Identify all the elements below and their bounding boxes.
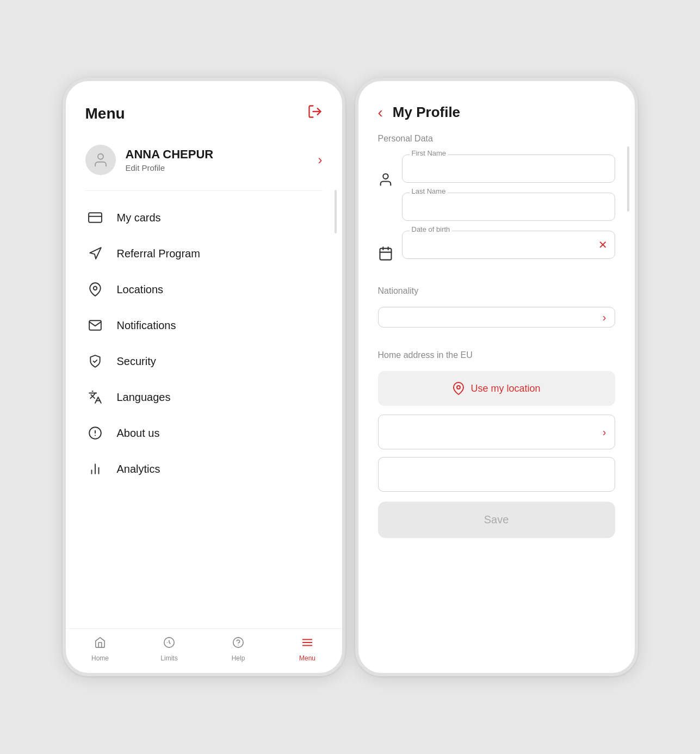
nationality-chevron-icon: › [603, 311, 606, 324]
avatar [85, 145, 116, 175]
home-address-label: Home address in the EU [378, 350, 615, 360]
logout-icon[interactable] [307, 104, 323, 123]
menu-title: Menu [85, 105, 125, 122]
sidebar-item-label-languages: Languages [117, 391, 171, 404]
profile-row[interactable]: ANNA CHEPUR Edit Profile › [66, 138, 342, 190]
profile-name: ANNA CHEPUR [126, 147, 308, 162]
right-content: ‹ My Profile Personal Data [358, 81, 635, 673]
sidebar-item-label-analytics: Analytics [117, 463, 160, 475]
limits-icon [163, 636, 175, 652]
location-pin-icon [85, 282, 105, 296]
left-scrollbar[interactable] [334, 190, 337, 233]
dob-field: Date of birth ✕ [402, 231, 615, 259]
sidebar-item-label-security: Security [117, 355, 156, 368]
left-phone: Menu ANNA CHEP [63, 78, 345, 676]
nationality-field[interactable]: › [378, 307, 615, 327]
sidebar-item-my-cards[interactable]: My cards [66, 200, 342, 236]
svg-rect-2 [89, 213, 102, 222]
use-location-text: Use my location [470, 383, 540, 394]
profile-header: ‹ My Profile [358, 81, 635, 134]
nav-label-menu: Menu [299, 654, 315, 662]
shield-check-icon [85, 354, 105, 368]
dob-label: Date of birth [410, 225, 453, 233]
first-name-field: First Name [402, 154, 615, 183]
right-scrollbar[interactable] [627, 146, 629, 212]
help-icon [232, 636, 244, 652]
use-location-button[interactable]: Use my location [378, 371, 615, 406]
first-name-label: First Name [410, 149, 449, 157]
nationality-label: Nationality [378, 286, 615, 296]
address-input-2[interactable] [378, 457, 615, 492]
sidebar-item-analytics[interactable]: Analytics [66, 451, 342, 487]
personal-data-label: Personal Data [378, 134, 615, 144]
svg-rect-18 [380, 249, 391, 260]
profile-chevron-icon: › [318, 152, 323, 168]
first-name-input[interactable] [402, 154, 615, 183]
person-icon [378, 172, 393, 189]
svg-point-12 [233, 638, 243, 647]
sidebar-item-languages[interactable]: Languages [66, 379, 342, 415]
menu-items: My cards Referral Program [66, 191, 342, 628]
sidebar-item-label-my-cards: My cards [117, 212, 161, 224]
personal-data-row: First Name Last Name [378, 154, 615, 221]
dob-input[interactable] [402, 231, 615, 259]
megaphone-icon [85, 246, 105, 261]
address-chevron-icon: › [603, 426, 606, 438]
sidebar-item-label-about: About us [117, 427, 160, 440]
page-title: My Profile [393, 104, 460, 121]
last-name-label: Last Name [410, 187, 448, 195]
calendar-icon [378, 246, 393, 263]
section-gap-2 [378, 337, 615, 350]
nationality-input[interactable] [378, 307, 615, 327]
sidebar-item-security[interactable]: Security [66, 343, 342, 379]
nav-label-home: Home [91, 654, 109, 662]
left-content: Menu ANNA CHEP [66, 81, 342, 673]
svg-point-4 [93, 287, 97, 291]
svg-point-22 [457, 386, 460, 389]
nav-item-menu[interactable]: Menu [273, 636, 342, 662]
sidebar-item-locations[interactable]: Locations [66, 271, 342, 307]
bar-chart-icon [85, 462, 105, 476]
sidebar-item-label-locations: Locations [117, 283, 164, 296]
translate-icon [85, 390, 105, 404]
clear-dob-button[interactable]: ✕ [598, 239, 608, 250]
dob-row: Date of birth ✕ [378, 231, 615, 263]
right-phone: ‹ My Profile Personal Data [355, 78, 638, 676]
card-icon [85, 211, 105, 225]
name-fields: First Name Last Name [402, 154, 615, 221]
nav-item-help[interactable]: Help [204, 636, 273, 662]
section-gap-1 [378, 273, 615, 286]
address-input-1[interactable] [378, 415, 615, 449]
bottom-nav: Home Limits [66, 628, 342, 673]
last-name-input[interactable] [402, 193, 615, 221]
profile-info: ANNA CHEPUR Edit Profile [126, 147, 308, 172]
svg-point-17 [383, 174, 388, 179]
sidebar-item-label-referral: Referral Program [117, 248, 200, 260]
phones-container: Menu ANNA CHEP [63, 78, 638, 676]
info-circle-icon [85, 426, 105, 440]
menu-header: Menu [66, 81, 342, 138]
form-content: Personal Data First Name [358, 134, 635, 673]
envelope-icon [85, 318, 105, 332]
address-field-1[interactable]: › [378, 415, 615, 449]
sidebar-item-referral[interactable]: Referral Program [66, 236, 342, 271]
last-name-field: Last Name [402, 193, 615, 221]
menu-icon [301, 636, 313, 652]
home-icon [94, 636, 106, 652]
sidebar-item-about[interactable]: About us [66, 415, 342, 451]
nav-label-limits: Limits [160, 654, 177, 662]
save-button[interactable]: Save [378, 502, 615, 538]
svg-point-1 [98, 154, 103, 159]
edit-profile-label: Edit Profile [126, 163, 308, 172]
sidebar-item-notifications[interactable]: Notifications [66, 307, 342, 343]
nav-label-help: Help [232, 654, 245, 662]
nav-item-limits[interactable]: Limits [135, 636, 204, 662]
back-button[interactable]: ‹ [378, 105, 383, 120]
nav-item-home[interactable]: Home [66, 636, 135, 662]
sidebar-item-label-notifications: Notifications [117, 319, 176, 332]
